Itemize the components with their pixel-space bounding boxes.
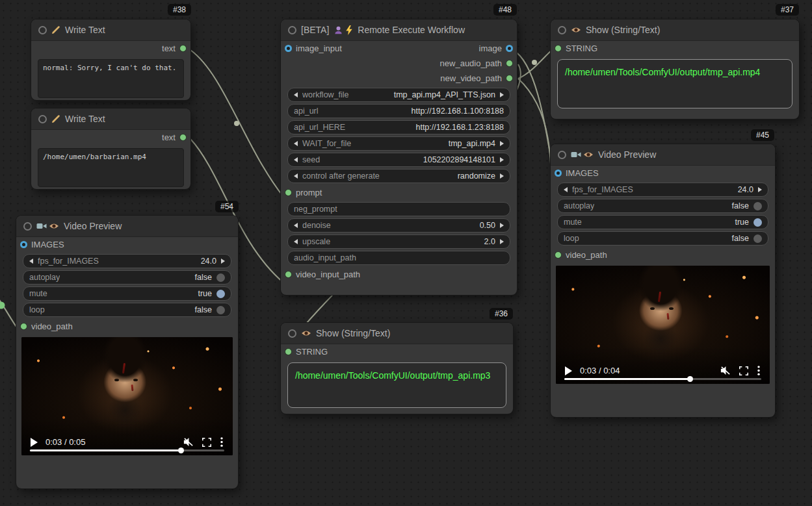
collapse-toggle[interactable] (288, 329, 296, 338)
node-video-preview-45[interactable]: Video Preview IMAGES fps_for_IMAGES 24.0… (551, 144, 775, 417)
input-label-images: IMAGES (31, 240, 64, 249)
string-display-box[interactable]: /home/umen/Tools/ComfyUI/output/tmp_api.… (287, 362, 506, 408)
increment-arrow-icon[interactable] (500, 173, 504, 179)
decrement-arrow-icon[interactable] (294, 173, 298, 179)
input-port-image-input[interactable] (285, 45, 292, 52)
collapse-toggle[interactable] (558, 26, 566, 34)
increment-arrow-icon[interactable] (500, 92, 504, 97)
node-remote-execute-workflow[interactable]: [BETA] Remote Execute Workflow image_inp… (281, 19, 517, 295)
audio-input-path-widget[interactable]: audio_input_path (287, 251, 510, 265)
increment-arrow-icon[interactable] (221, 259, 225, 264)
neg-prompt-widget[interactable]: neg_prompt (287, 202, 510, 216)
video-player[interactable]: 0:03 / 0:04 (556, 266, 770, 384)
text-widget[interactable]: normal: Sorry, I can't do that. (38, 59, 184, 98)
decrement-arrow-icon[interactable] (294, 157, 298, 162)
toggle-knob[interactable] (216, 290, 225, 298)
output-port-image[interactable] (506, 45, 513, 52)
input-port-string[interactable] (555, 45, 562, 52)
collapse-toggle[interactable] (288, 26, 296, 34)
fps-widget[interactable]: fps_for_IMAGES 24.0 (557, 183, 768, 197)
denoise-widget[interactable]: denoise 0.50 (287, 218, 510, 233)
toggle-knob[interactable] (216, 306, 225, 314)
decrement-arrow-icon[interactable] (294, 92, 298, 97)
node-title-bar[interactable]: Video Preview (16, 216, 238, 237)
video-progress-bar[interactable] (564, 378, 761, 380)
muted-speaker-icon[interactable] (183, 436, 194, 448)
mute-toggle[interactable]: mute true (23, 286, 231, 301)
api-url-here-widget[interactable]: api_url_HERE http://192.168.1.23:8188 (287, 120, 510, 134)
toggle-knob[interactable] (753, 202, 762, 210)
play-button[interactable] (31, 438, 38, 447)
text-widget[interactable]: /home/umen/barbarian.mp4 (38, 148, 184, 187)
loop-toggle[interactable]: loop false (557, 231, 768, 246)
mute-toggle[interactable]: mute true (557, 215, 768, 229)
node-title-bar[interactable]: [BETA] Remote Execute Workflow (281, 19, 517, 41)
decrement-arrow-icon[interactable] (294, 141, 298, 146)
fps-widget[interactable]: fps_for_IMAGES 24.0 (23, 254, 231, 268)
increment-arrow-icon[interactable] (500, 239, 504, 244)
decrement-arrow-icon[interactable] (294, 239, 298, 244)
node-id-badge: #38 (168, 4, 191, 16)
play-button[interactable] (565, 366, 572, 375)
input-label-video-path: video_path (31, 322, 73, 331)
fullscreen-icon[interactable] (202, 437, 212, 448)
video-art-eye (669, 307, 674, 310)
collapse-toggle[interactable] (38, 115, 47, 123)
output-port-new-video-path[interactable] (506, 75, 513, 82)
input-port-images[interactable] (555, 170, 562, 177)
kebab-menu-icon[interactable] (220, 436, 224, 448)
decrement-arrow-icon[interactable] (294, 223, 298, 228)
toggle-knob[interactable] (216, 273, 225, 282)
eye-icon (571, 26, 581, 34)
loop-toggle[interactable]: loop false (23, 303, 231, 317)
collapse-toggle[interactable] (558, 151, 566, 159)
video-progress-bar[interactable] (30, 449, 224, 451)
seed-widget[interactable]: seed 1052202894148101 (287, 153, 510, 167)
toggle-knob[interactable] (753, 234, 762, 243)
api-url-widget[interactable]: api_url http://192.168.1.100:8188 (287, 104, 510, 118)
video-player[interactable]: 0:03 / 0:05 (21, 337, 233, 455)
increment-arrow-icon[interactable] (500, 157, 504, 162)
autoplay-toggle[interactable]: autoplay false (23, 270, 231, 285)
input-port-video-path[interactable] (20, 323, 27, 330)
input-port-video-path[interactable] (555, 251, 562, 259)
collapse-toggle[interactable] (38, 26, 47, 34)
increment-arrow-icon[interactable] (500, 223, 504, 228)
node-title-bar[interactable]: Video Preview (551, 144, 775, 166)
muted-speaker-icon[interactable] (720, 365, 731, 376)
node-show-string-37[interactable]: Show (String/Text) STRING /home/umen/Too… (551, 19, 799, 119)
node-title-bar[interactable]: Show (String/Text) (551, 19, 799, 41)
input-port-prompt[interactable] (285, 189, 292, 196)
decrement-arrow-icon[interactable] (29, 259, 33, 264)
collapse-toggle[interactable] (23, 222, 32, 231)
output-port-new-audio-path[interactable] (506, 60, 513, 67)
link-newvideo-to-videopath45 (518, 79, 553, 259)
node-title-bar[interactable]: Write Text (31, 19, 190, 41)
widget-label: seed (302, 155, 320, 164)
node-show-string-36[interactable]: Show (String/Text) STRING /home/umen/Too… (281, 323, 513, 414)
increment-arrow-icon[interactable] (758, 187, 762, 192)
workflow-file-widget[interactable]: workflow_file tmp_api.mp4_API_TTS.json (287, 88, 510, 102)
decrement-arrow-icon[interactable] (564, 187, 568, 192)
node-video-preview-54[interactable]: Video Preview IMAGES fps_for_IMAGES 24.0… (16, 216, 238, 488)
node-title-bar[interactable]: Write Text (31, 108, 190, 130)
string-display-box[interactable]: /home/umen/Tools/ComfyUI/output/tmp_api.… (557, 59, 792, 108)
increment-arrow-icon[interactable] (500, 141, 504, 146)
fullscreen-icon[interactable] (739, 366, 749, 376)
input-port-video-input-path[interactable] (285, 271, 292, 278)
widget-value: false (727, 234, 749, 243)
node-write-text-2[interactable]: Write Text text /home/umen/barbarian.mp4 (31, 108, 190, 189)
output-port-text[interactable] (179, 134, 187, 141)
output-port-text[interactable] (179, 45, 187, 52)
input-port-string[interactable] (285, 348, 292, 355)
wait-for-file-widget[interactable]: WAIT_for_file tmp_api.mp4 (287, 136, 510, 151)
autoplay-toggle[interactable]: autoplay false (557, 199, 768, 213)
video-progress-knob[interactable] (687, 376, 693, 382)
node-write-text-1[interactable]: Write Text text normal: Sorry, I can't d… (31, 19, 190, 100)
toggle-knob[interactable] (753, 218, 762, 227)
input-port-images[interactable] (20, 241, 27, 248)
kebab-menu-icon[interactable] (757, 365, 761, 376)
upscale-widget[interactable]: upscale 2.0 (287, 234, 510, 249)
control-after-generate-widget[interactable]: control after generate randomize (287, 169, 510, 183)
node-title-bar[interactable]: Show (String/Text) (281, 323, 513, 344)
